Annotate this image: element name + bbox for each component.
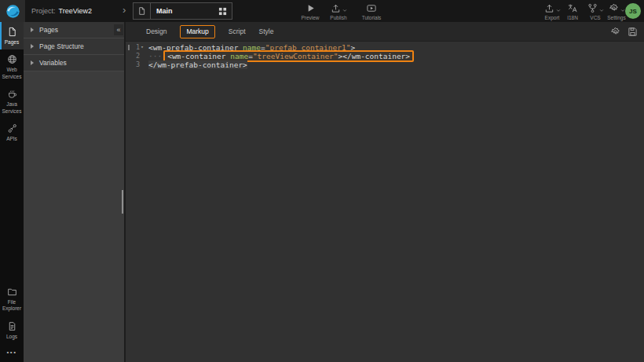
wavemaker-logo[interactable] — [0, 0, 25, 22]
line-number: 2 — [136, 52, 140, 60]
user-avatar[interactable]: JS — [625, 3, 641, 19]
caret-down-icon — [620, 9, 625, 13]
panel-section-variables[interactable]: Variables — [24, 55, 124, 71]
grid-icon[interactable] — [218, 7, 227, 16]
pages-panel: Pages « Page Structure Variables — [24, 22, 124, 362]
token-tag: </wm-prefab-container> — [148, 60, 247, 69]
code-line-2[interactable]: 2···<wm-container name="treeViewContaine… — [126, 52, 644, 60]
line-number: 3 — [136, 60, 140, 69]
code-line-content[interactable]: </wm-prefab-container> — [148, 60, 247, 69]
project-name: TreeView2 — [59, 7, 93, 15]
page-file-icon — [134, 3, 151, 19]
token-tag: ></wm-container> — [338, 52, 411, 60]
sidebar-item-apis[interactable]: APIs — [0, 119, 24, 146]
file-explorer-folder-icon — [7, 287, 17, 297]
i18n-button[interactable]: I18N — [561, 2, 584, 20]
editor-area: Design Markup Script Style 1▾<wm-prefab-… — [124, 22, 644, 362]
section-caret-icon — [31, 27, 34, 32]
panel-section-pages[interactable]: Pages « — [24, 22, 124, 38]
logs-icon — [7, 321, 17, 331]
line-gutter[interactable]: 2 — [126, 52, 147, 60]
vcs-branch-icon — [587, 3, 598, 13]
sidebar-bottom-group: File Explorer Logs ••• — [0, 282, 24, 358]
preview-play-icon — [306, 2, 316, 13]
breadcrumb-chevron-icon: › — [123, 3, 126, 17]
line-gutter[interactable]: 1▾ — [126, 43, 147, 52]
line-gutter[interactable]: 3 — [126, 60, 147, 69]
wavemaker-logo-icon — [5, 4, 20, 19]
editor-tab-bar: Design Markup Script Style — [126, 22, 644, 42]
tutorials-video-icon — [366, 2, 377, 13]
pages-icon — [7, 27, 17, 37]
gutter-marker-icon — [128, 45, 130, 50]
project-label: Project: — [31, 7, 56, 15]
sidebar-item-java-services[interactable]: Java Services — [0, 84, 24, 119]
page-tab-label: Main — [156, 7, 173, 15]
tab-design[interactable]: Design — [146, 25, 166, 38]
fold-icon[interactable]: ▾ — [141, 43, 146, 52]
code-line-content[interactable]: ···<wm-container name="treeViewContainer… — [148, 52, 414, 60]
i18n-translate-icon — [567, 2, 578, 13]
caret-down-icon — [342, 9, 347, 13]
tab-style[interactable]: Style — [259, 25, 274, 38]
section-caret-icon — [31, 44, 34, 49]
panel-scrollbar-thumb[interactable] — [122, 190, 123, 214]
tutorials-button[interactable]: Tutorials — [355, 2, 388, 20]
token-attr: name — [230, 52, 248, 60]
apis-icon — [7, 123, 17, 133]
settings-gear-icon — [609, 3, 619, 13]
preview-button[interactable]: Preview — [296, 2, 324, 20]
save-icon[interactable] — [628, 27, 638, 37]
sidebar-item-web-services[interactable]: Web Services — [0, 49, 24, 84]
left-icon-sidebar: Pages Web Services Java Services APIs — [0, 22, 24, 362]
token-ws: ··· — [148, 52, 162, 60]
publish-upload-icon — [331, 3, 341, 13]
sidebar-item-file-explorer[interactable]: File Explorer — [0, 282, 24, 316]
line-number: 1 — [136, 43, 140, 52]
java-services-coffee-icon — [7, 89, 17, 99]
page-tab-main[interactable]: Main — [133, 2, 232, 20]
token-str: "treeViewContainer" — [253, 52, 338, 60]
top-bar: Project: TreeView2 › Main Preview — [0, 0, 644, 22]
more-ellipsis-icon[interactable]: ••• — [0, 344, 24, 358]
panel-section-page-structure[interactable]: Page Structure — [24, 38, 124, 55]
tab-markup[interactable]: Markup — [180, 25, 214, 38]
markup-code-editor[interactable]: 1▾<wm-prefab-container name="prefab_cont… — [126, 42, 644, 69]
token-tag: <wm-container — [167, 52, 230, 60]
sidebar-item-logs[interactable]: Logs — [0, 316, 24, 344]
tab-script[interactable]: Script — [229, 25, 246, 38]
publish-button[interactable]: Publish — [322, 2, 355, 20]
project-breadcrumb: Project: TreeView2 — [31, 0, 92, 22]
caret-down-icon — [556, 9, 561, 13]
editor-settings-gear-icon[interactable] — [610, 27, 620, 37]
export-upload-icon — [544, 3, 554, 13]
web-services-globe-icon — [7, 54, 17, 64]
sidebar-item-pages[interactable]: Pages — [0, 22, 24, 49]
collapse-panel-icon[interactable]: « — [114, 24, 123, 35]
section-caret-icon — [31, 60, 34, 65]
